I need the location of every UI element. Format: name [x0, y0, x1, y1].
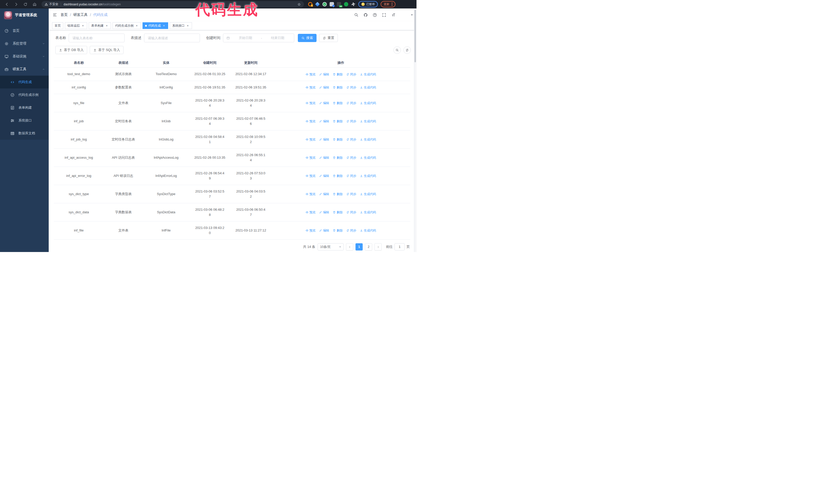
- edit-link[interactable]: 编辑: [319, 85, 329, 90]
- avatar-caret-icon[interactable]: [411, 14, 413, 16]
- edit-link[interactable]: 编辑: [319, 192, 329, 197]
- sidebar-item-codegen-demo[interactable]: 代码生成示例: [0, 89, 49, 101]
- extensions-puzzle-icon[interactable]: [351, 2, 356, 6]
- close-icon[interactable]: [162, 24, 166, 27]
- edit-link[interactable]: 编辑: [319, 210, 329, 215]
- extension-icon-dark[interactable]: on: [337, 2, 341, 6]
- address-bar[interactable]: 不安全 dashboard.yudao.iocoder.cn/tool/code…: [42, 1, 304, 7]
- extension-icon-orange[interactable]: 1: [308, 2, 312, 6]
- toggle-search-button[interactable]: [394, 46, 401, 54]
- generate-code-link[interactable]: 生成代码: [360, 210, 376, 215]
- delete-link[interactable]: 删除: [333, 85, 343, 90]
- preview-link[interactable]: 预览: [306, 119, 315, 124]
- delete-link[interactable]: 删除: [333, 192, 343, 197]
- close-icon[interactable]: [81, 24, 85, 27]
- edit-link[interactable]: 编辑: [319, 173, 329, 178]
- user-avatar[interactable]: [400, 11, 408, 19]
- preview-link[interactable]: 预览: [306, 173, 315, 178]
- github-icon[interactable]: [363, 13, 368, 17]
- browser-back-button[interactable]: [4, 2, 10, 7]
- browser-reload-button[interactable]: [23, 2, 28, 7]
- tab-codegen-demo[interactable]: 代码生成示例: [113, 22, 141, 29]
- refresh-table-button[interactable]: [403, 46, 411, 54]
- reset-button[interactable]: 重置: [319, 34, 338, 42]
- delete-link[interactable]: 删除: [333, 137, 343, 142]
- sidebar-item-system-management[interactable]: 系统管理: [0, 37, 49, 50]
- search-button[interactable]: 搜索: [298, 34, 316, 42]
- extension-icon-gem[interactable]: [315, 2, 319, 6]
- close-icon[interactable]: [135, 24, 138, 27]
- preview-link[interactable]: 预览: [306, 85, 315, 90]
- sidebar-item-infrastructure[interactable]: 基础设施: [0, 50, 49, 63]
- preview-link[interactable]: 预览: [306, 137, 315, 142]
- prev-page-button[interactable]: [346, 243, 353, 250]
- generate-code-link[interactable]: 生成代码: [360, 100, 376, 105]
- sidebar-logo-row[interactable]: 芋道管理系统: [0, 8, 49, 22]
- generate-code-link[interactable]: 生成代码: [360, 137, 376, 142]
- search-icon[interactable]: [354, 13, 359, 17]
- help-icon[interactable]: [373, 13, 377, 17]
- paused-badge[interactable]: 已暂停: [358, 1, 378, 7]
- tab-trace[interactable]: 链路追踪: [65, 22, 87, 29]
- preview-link[interactable]: 预览: [306, 155, 315, 160]
- table-name-input[interactable]: [72, 36, 121, 40]
- import-db-button[interactable]: 基于 DB 导入: [55, 46, 87, 54]
- page-size-select[interactable]: 10条/页: [317, 243, 344, 250]
- breadcrumb-home[interactable]: 首页: [61, 13, 68, 17]
- sync-link[interactable]: 同步: [346, 137, 356, 142]
- sidebar-item-home[interactable]: 首页: [0, 24, 49, 37]
- goto-page-input[interactable]: [395, 243, 405, 250]
- preview-link[interactable]: 预览: [306, 228, 315, 233]
- page-button-1[interactable]: 1: [356, 243, 363, 250]
- generate-code-link[interactable]: 生成代码: [360, 173, 376, 178]
- delete-link[interactable]: 删除: [333, 210, 343, 215]
- delete-link[interactable]: 删除: [333, 119, 343, 124]
- tab-home[interactable]: 首页: [52, 22, 63, 29]
- preview-link[interactable]: 预览: [306, 192, 315, 197]
- delete-link[interactable]: 删除: [333, 228, 343, 233]
- scrollbar-thumb[interactable]: [414, 10, 416, 62]
- extension-icon-check[interactable]: [323, 2, 327, 6]
- extension-icon-grid[interactable]: [330, 2, 334, 6]
- edit-link[interactable]: 编辑: [319, 155, 329, 160]
- tab-form-builder[interactable]: 表单构建: [89, 22, 111, 29]
- sidebar-item-codegen[interactable]: 代码生成: [0, 76, 49, 89]
- preview-link[interactable]: 预览: [306, 72, 315, 77]
- sync-link[interactable]: 同步: [346, 210, 356, 215]
- window-scrollbar[interactable]: [414, 8, 416, 252]
- close-icon[interactable]: [105, 24, 109, 27]
- date-range-picker[interactable]: 开始日期 - 结束日期: [223, 33, 294, 42]
- generate-code-link[interactable]: 生成代码: [360, 192, 376, 197]
- generate-code-link[interactable]: 生成代码: [360, 119, 376, 124]
- edit-link[interactable]: 编辑: [319, 228, 329, 233]
- sync-link[interactable]: 同步: [346, 100, 356, 105]
- sidebar-item-system-api[interactable]: 系统接口: [0, 114, 49, 127]
- generate-code-link[interactable]: 生成代码: [360, 85, 376, 90]
- sync-link[interactable]: 同步: [346, 192, 356, 197]
- tab-system-api[interactable]: 系统接口: [170, 22, 192, 29]
- fullscreen-icon[interactable]: [382, 13, 386, 17]
- close-icon[interactable]: [186, 24, 189, 27]
- table-desc-input[interactable]: [147, 36, 197, 40]
- sync-link[interactable]: 同步: [346, 173, 356, 178]
- browser-home-button[interactable]: [32, 2, 38, 7]
- sidebar-item-db-doc[interactable]: 数据库文档: [0, 127, 49, 140]
- browser-update-button[interactable]: 更新: [381, 1, 396, 7]
- preview-link[interactable]: 预览: [306, 210, 315, 215]
- delete-link[interactable]: 删除: [333, 72, 343, 77]
- edit-link[interactable]: 编辑: [319, 100, 329, 105]
- edit-link[interactable]: 编辑: [319, 137, 329, 142]
- next-page-button[interactable]: [375, 243, 382, 250]
- breadcrumb-dev-tools[interactable]: 研发工具: [73, 13, 88, 17]
- page-button-2[interactable]: 2: [365, 243, 372, 250]
- more-menu-icon[interactable]: [391, 4, 392, 5]
- delete-link[interactable]: 删除: [333, 173, 343, 178]
- delete-link[interactable]: 删除: [333, 100, 343, 105]
- generate-code-link[interactable]: 生成代码: [360, 155, 376, 160]
- delete-link[interactable]: 删除: [333, 155, 343, 160]
- extension-icon-green[interactable]: [344, 2, 348, 6]
- edit-link[interactable]: 编辑: [319, 72, 329, 77]
- generate-code-link[interactable]: 生成代码: [360, 72, 376, 77]
- sidebar-item-form-builder[interactable]: 表单构建: [0, 101, 49, 114]
- browser-forward-button[interactable]: [13, 2, 19, 7]
